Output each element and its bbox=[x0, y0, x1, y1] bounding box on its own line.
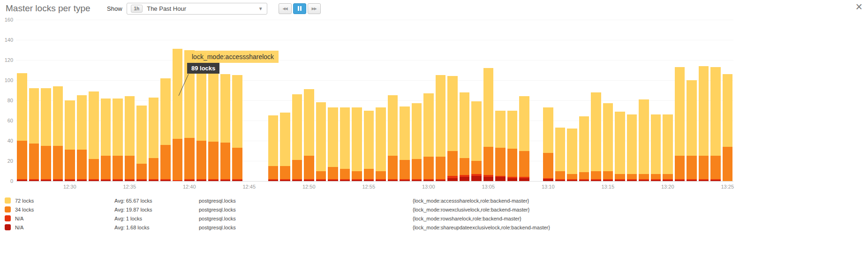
stacked-bar[interactable] bbox=[208, 20, 219, 181]
stacked-bar[interactable] bbox=[184, 20, 195, 181]
bar-segment-rowsharelock bbox=[675, 179, 685, 180]
bar-segment-accesssharelock bbox=[471, 101, 482, 161]
legend-scope: {lock_mode:rowsharelock,role:backend-mas… bbox=[413, 216, 521, 221]
stacked-bar[interactable] bbox=[400, 20, 410, 181]
bar-segment-rowexclusivelock bbox=[423, 157, 434, 179]
bar-segment-accesssharelock bbox=[400, 106, 410, 160]
stacked-bar[interactable] bbox=[603, 20, 613, 181]
stacked-bar[interactable] bbox=[268, 20, 279, 181]
bar-segment-accesssharelock bbox=[603, 103, 613, 171]
stacked-bar[interactable] bbox=[687, 20, 697, 181]
bar-segment-accesssharelock bbox=[292, 94, 302, 160]
stacked-bar[interactable] bbox=[460, 20, 470, 181]
stacked-bar[interactable] bbox=[17, 20, 27, 181]
legend-row[interactable]: N/AAvg: 1 lockspostgresql.locks{lock_mod… bbox=[5, 214, 868, 223]
stacked-bar[interactable] bbox=[591, 20, 601, 181]
stacked-bar[interactable] bbox=[340, 20, 350, 181]
bar-segment-rowexclusivelock bbox=[364, 169, 374, 179]
stacked-bar[interactable] bbox=[675, 20, 685, 181]
stacked-bar[interactable] bbox=[41, 20, 51, 181]
stacked-bar[interactable] bbox=[699, 20, 709, 181]
stacked-bar[interactable] bbox=[615, 20, 625, 181]
stacked-bar[interactable] bbox=[136, 20, 147, 181]
bar-segment-rowexclusivelock bbox=[17, 141, 27, 179]
stacked-bar[interactable] bbox=[663, 20, 673, 181]
stacked-bar[interactable] bbox=[29, 20, 39, 181]
stacked-bar[interactable] bbox=[125, 20, 135, 181]
stacked-bar[interactable] bbox=[160, 20, 171, 181]
stacked-bar[interactable] bbox=[723, 20, 733, 181]
stacked-bar[interactable] bbox=[173, 20, 183, 181]
bar-segment-rowexclusivelock bbox=[136, 164, 147, 179]
bar-segment-shareupdateexclusivelock bbox=[376, 180, 386, 181]
stacked-bar[interactable] bbox=[101, 20, 111, 181]
y-tick-label: 120 bbox=[1, 57, 13, 63]
stacked-bar[interactable] bbox=[364, 20, 374, 181]
stacked-bar[interactable] bbox=[53, 20, 63, 181]
stacked-bar[interactable] bbox=[447, 20, 458, 181]
pause-button[interactable] bbox=[293, 3, 306, 14]
bar-segment-shareupdateexclusivelock bbox=[280, 180, 290, 181]
stacked-bar[interactable] bbox=[507, 20, 518, 181]
bar-segment-rowexclusivelock bbox=[173, 139, 183, 180]
stacked-bar[interactable] bbox=[436, 20, 446, 181]
page-title: Master locks per type bbox=[6, 3, 107, 14]
stacked-bar[interactable] bbox=[543, 20, 553, 181]
stacked-bar[interactable] bbox=[292, 20, 302, 181]
bar-segment-rowsharelock bbox=[352, 179, 362, 180]
stacked-bar[interactable] bbox=[149, 20, 159, 181]
stacked-bar[interactable] bbox=[555, 20, 566, 181]
stacked-bar[interactable] bbox=[316, 20, 326, 181]
stacked-bar[interactable] bbox=[495, 20, 506, 181]
legend-row[interactable]: 34 locksAvg: 19.87 lockspostgresql.locks… bbox=[5, 205, 868, 214]
stacked-bar[interactable] bbox=[89, 20, 99, 181]
bar-segment-rowexclusivelock bbox=[316, 171, 326, 179]
stacked-bar[interactable] bbox=[710, 20, 721, 181]
stacked-bar[interactable] bbox=[77, 20, 87, 181]
bar-segment-shareupdateexclusivelock bbox=[149, 180, 159, 181]
stacked-bar[interactable] bbox=[639, 20, 649, 181]
legend-row[interactable]: 72 locksAvg: 65.67 lockspostgresql.locks… bbox=[5, 196, 868, 205]
stacked-bar[interactable] bbox=[423, 20, 434, 181]
stacked-bar[interactable] bbox=[412, 20, 422, 181]
stacked-bar[interactable] bbox=[304, 20, 314, 181]
stacked-bar[interactable] bbox=[579, 20, 589, 181]
stacked-bar[interactable] bbox=[113, 20, 123, 181]
bar-segment-rowexclusivelock bbox=[615, 174, 625, 179]
x-tick-label: 13:25 bbox=[721, 184, 734, 190]
bar-segment-accesssharelock bbox=[687, 80, 697, 156]
stacked-bar[interactable] bbox=[567, 20, 577, 181]
bar-segment-rowexclusivelock bbox=[603, 171, 613, 179]
forward-button[interactable]: ▶▶ bbox=[308, 3, 321, 14]
bar-segment-rowsharelock bbox=[208, 179, 219, 180]
stacked-bar[interactable] bbox=[352, 20, 362, 181]
bar-segment-rowsharelock bbox=[101, 179, 111, 180]
bar-segment-accesssharelock bbox=[591, 92, 601, 171]
stacked-bar[interactable] bbox=[471, 20, 482, 181]
timeframe-select[interactable]: 1h The Past Hour ▼ bbox=[127, 3, 267, 15]
stacked-bar[interactable] bbox=[280, 20, 290, 181]
stacked-bar[interactable] bbox=[65, 20, 75, 181]
stacked-bar[interactable] bbox=[388, 20, 398, 181]
stacked-bar[interactable] bbox=[519, 20, 529, 181]
x-tick-label: 12:40 bbox=[183, 184, 196, 190]
stacked-bar[interactable] bbox=[196, 20, 207, 181]
stacked-bar[interactable] bbox=[483, 20, 494, 181]
stacked-bar[interactable] bbox=[220, 20, 231, 181]
stacked-bar[interactable] bbox=[232, 20, 242, 181]
bar-segment-rowexclusivelock bbox=[149, 158, 159, 179]
x-tick-label: 13:20 bbox=[661, 184, 674, 190]
bar-segment-rowsharelock bbox=[687, 179, 697, 180]
gridline-y-120 bbox=[16, 60, 733, 61]
close-icon[interactable]: × bbox=[855, 1, 862, 13]
legend-row[interactable]: N/AAvg: 1.68 lockspostgresql.locks{lock_… bbox=[5, 223, 868, 232]
stacked-bar[interactable] bbox=[651, 20, 661, 181]
bar-segment-rowsharelock bbox=[388, 179, 398, 180]
stacked-bar[interactable] bbox=[376, 20, 386, 181]
bar-segment-rowexclusivelock bbox=[232, 148, 242, 179]
stacked-bar[interactable] bbox=[627, 20, 637, 181]
rewind-button[interactable]: ◀◀ bbox=[279, 3, 292, 14]
bar-segment-accesssharelock bbox=[89, 91, 99, 159]
bar-segment-shareupdateexclusivelock bbox=[412, 180, 422, 181]
stacked-bar[interactable] bbox=[328, 20, 338, 181]
